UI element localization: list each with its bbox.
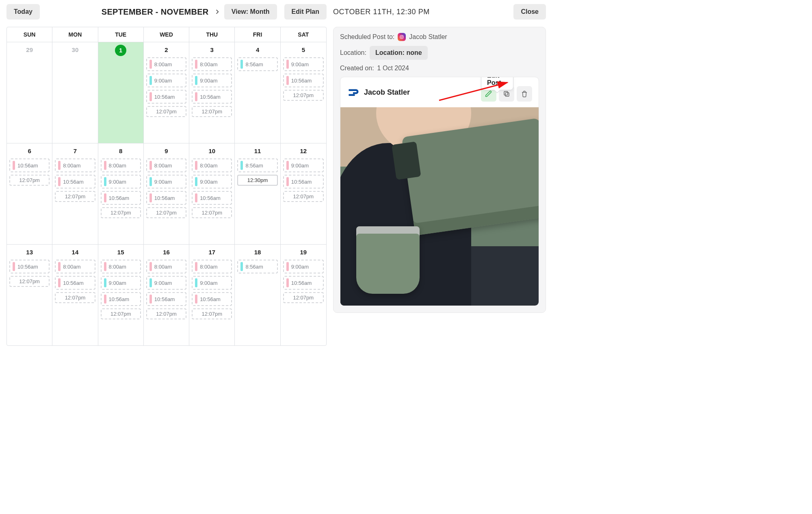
time-slot[interactable]: 10:56am xyxy=(101,191,141,205)
time-slot[interactable]: 9:00am xyxy=(146,276,186,290)
calendar-cell[interactable]: 129:00am10:56am12:07pm xyxy=(281,143,326,244)
time-slot[interactable]: 10:56am xyxy=(192,90,232,104)
calendar-cell[interactable]: 59:00am10:56am12:07pm xyxy=(281,42,326,143)
slot-time: 8:00am xyxy=(200,61,217,67)
slot-stripe xyxy=(58,161,61,170)
chevron-right-icon[interactable] xyxy=(214,8,221,15)
time-slot[interactable]: 12:07pm xyxy=(101,308,141,319)
calendar-cell[interactable]: 108:00am9:00am10:56am12:07pm xyxy=(189,143,235,244)
calendar-cell[interactable]: 29 xyxy=(7,42,52,143)
time-slot[interactable]: 9:00am xyxy=(192,175,232,189)
slot-stripe xyxy=(195,193,197,202)
calendar-cell[interactable]: 30 xyxy=(52,42,98,143)
calendar-cell[interactable]: 188:56am xyxy=(235,245,280,345)
calendar-cell[interactable]: 98:00am9:00am10:56am12:07pm xyxy=(144,143,189,244)
calendar-cell[interactable]: 199:00am10:56am12:07pm xyxy=(281,245,326,345)
calendar-cell[interactable]: 1310:56am12:07pm xyxy=(7,245,52,345)
time-slot[interactable]: 10:56am xyxy=(101,292,141,306)
time-slot[interactable]: 10:56am xyxy=(283,276,324,290)
time-slot[interactable]: 12:07pm xyxy=(146,207,186,218)
slot-time: 8:00am xyxy=(109,264,126,270)
time-slot[interactable]: 12:07pm xyxy=(283,90,324,101)
time-slot[interactable]: 8:00am xyxy=(146,158,186,172)
time-slot[interactable]: 9:00am xyxy=(101,276,141,290)
calendar-cell[interactable]: 610:56am12:07pm xyxy=(7,143,52,244)
time-slot[interactable]: 12:07pm xyxy=(192,207,232,218)
time-slot[interactable]: 10:56am xyxy=(192,292,232,306)
time-slot[interactable]: 8:00am xyxy=(101,158,141,172)
time-slot[interactable]: 8:56am xyxy=(237,260,277,273)
time-slot[interactable]: 8:56am xyxy=(237,57,277,71)
time-slot[interactable]: 8:00am xyxy=(192,57,232,71)
time-slot[interactable]: 8:00am xyxy=(192,158,232,172)
slot-time: 8:00am xyxy=(154,264,172,270)
time-slot[interactable]: 10:56am xyxy=(146,90,186,104)
time-slot[interactable]: 9:00am xyxy=(283,57,324,71)
calendar-cell[interactable]: 88:00am9:00am10:56am12:07pm xyxy=(98,143,144,244)
time-slot[interactable]: 10:56am xyxy=(9,260,50,273)
calendar-cell[interactable]: 78:00am10:56am12:07pm xyxy=(52,143,98,244)
time-slot[interactable]: 12:07pm xyxy=(146,308,186,319)
slot-time: 12:07pm xyxy=(201,108,222,115)
time-slot[interactable]: 10:56am xyxy=(283,175,324,189)
time-slot[interactable]: 10:56am xyxy=(55,175,95,189)
calendar-cell[interactable]: 48:56am xyxy=(235,42,280,143)
time-slot[interactable]: 9:00am xyxy=(101,175,141,189)
instagram-icon xyxy=(398,33,406,41)
today-button[interactable]: Today xyxy=(6,4,40,20)
time-slot[interactable]: 12:07pm xyxy=(192,106,232,117)
calendar-grid: SUNMONTUEWEDTHUFRISAT 2930128:00am9:00am… xyxy=(6,27,327,346)
slot-time: 10:56am xyxy=(17,163,38,169)
calendar-cell[interactable]: 158:00am9:00am10:56am12:07pm xyxy=(98,245,144,345)
time-slot[interactable]: 12:07pm xyxy=(283,292,324,303)
time-slot[interactable]: 12:07pm xyxy=(283,191,324,202)
time-slot[interactable]: 8:00am xyxy=(101,260,141,273)
time-slot[interactable]: 12:07pm xyxy=(146,106,186,117)
svg-rect-4 xyxy=(505,93,509,96)
calendar-cell[interactable]: 168:00am9:00am10:56am12:07pm xyxy=(144,245,189,345)
location-pill[interactable]: Location: none xyxy=(370,46,428,60)
time-slot[interactable]: 12:07pm xyxy=(9,175,50,186)
time-slot[interactable]: 8:00am xyxy=(55,260,95,273)
time-slot[interactable]: 10:56am xyxy=(9,158,50,172)
calendar-cell[interactable]: 38:00am9:00am10:56am12:07pm xyxy=(189,42,235,143)
slot-time: 10:56am xyxy=(63,179,84,185)
time-slot[interactable]: 8:00am xyxy=(146,260,186,273)
time-slot[interactable]: 12:07pm xyxy=(9,276,50,287)
view-switch-button[interactable]: View: Month xyxy=(224,4,277,20)
dow-cell: TUE xyxy=(98,27,144,42)
calendar-cell[interactable]: 148:00am10:56am12:07pm xyxy=(52,245,98,345)
slot-time: 10:56am xyxy=(291,280,312,286)
time-slot[interactable]: 10:56am xyxy=(55,276,95,290)
time-slot[interactable]: 12:30pm xyxy=(237,175,277,186)
time-slot[interactable]: 8:00am xyxy=(55,158,95,172)
delete-post-button[interactable] xyxy=(517,86,532,102)
calendar-cell[interactable]: 178:00am9:00am10:56am12:07pm xyxy=(189,245,235,345)
time-slot[interactable]: 8:00am xyxy=(192,260,232,273)
time-slot[interactable]: 9:00am xyxy=(146,74,186,87)
time-slot[interactable]: 9:00am xyxy=(283,260,324,273)
time-slot[interactable]: 12:07pm xyxy=(55,292,95,303)
calendar-cell[interactable]: 1 xyxy=(98,42,144,143)
edit-plan-button[interactable]: Edit Plan xyxy=(284,4,327,20)
close-button[interactable]: Close xyxy=(513,4,546,20)
time-slot[interactable]: 10:56am xyxy=(146,292,186,306)
calendar-cell[interactable]: 118:56am12:30pm xyxy=(235,143,280,244)
time-slot[interactable]: 9:00am xyxy=(146,175,186,189)
time-slot[interactable]: 12:07pm xyxy=(101,207,141,218)
time-slot[interactable]: 8:56am xyxy=(237,158,277,172)
date-label: 16 xyxy=(146,247,186,260)
time-slot[interactable]: 9:00am xyxy=(192,276,232,290)
time-slot[interactable]: 12:07pm xyxy=(192,308,232,319)
created-value: 1 Oct 2024 xyxy=(377,65,409,72)
slot-stripe xyxy=(104,262,106,271)
time-slot[interactable]: 10:56am xyxy=(283,74,324,87)
calendar-cell[interactable]: 28:00am9:00am10:56am12:07pm xyxy=(144,42,189,143)
time-slot[interactable]: 9:00am xyxy=(192,74,232,87)
time-slot[interactable]: 12:07pm xyxy=(55,191,95,202)
time-slot[interactable]: 9:00am xyxy=(283,158,324,172)
slot-stripe xyxy=(195,76,197,85)
time-slot[interactable]: 10:56am xyxy=(192,191,232,205)
time-slot[interactable]: 10:56am xyxy=(146,191,186,205)
time-slot[interactable]: 8:00am xyxy=(146,57,186,71)
